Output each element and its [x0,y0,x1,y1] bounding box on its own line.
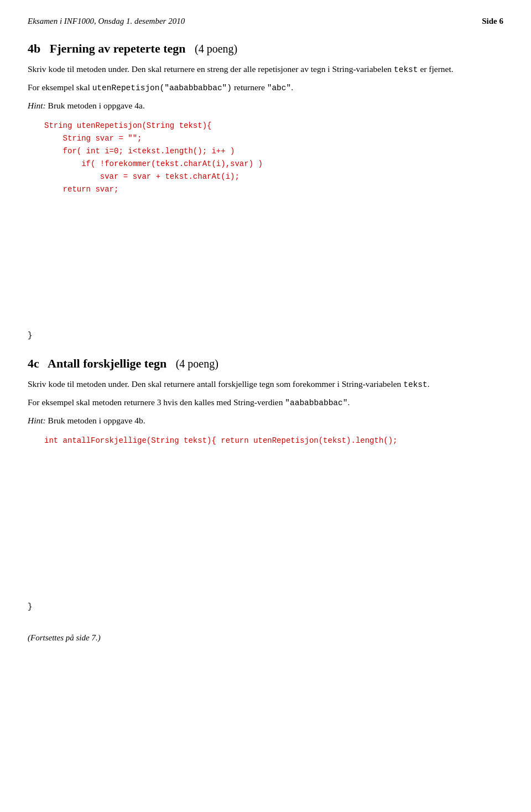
section-4b-intro1-rest: er fjernet. [418,64,454,74]
code-4b-line-2: String svar = ""; [44,132,503,145]
section-4c-intro2: For eksempel skal metoden returnere 3 hv… [28,396,503,410]
section-4c-points: (4 poeng) [176,358,218,370]
section-4b-hint: Hint: Bruk metoden i oppgave 4a. [28,99,503,112]
section-4b-intro2-code: utenRepetisjon("aababbabbac") [92,84,232,92]
page-header: Eksamen i INF1000, Onsdag 1. desember 20… [28,17,503,26]
section-4c-code: int antallForskjellige(String tekst){ re… [44,435,503,447]
section-4b-heading: 4b Fjerning av repeterte tegn (4 poeng) [28,42,503,56]
section-4b-answer-space [28,204,503,325]
code-4b-line-1: String utenRepetisjon(String tekst){ [44,120,503,132]
section-4c-intro2-code: "aababbabbac" [285,399,347,407]
code-4c-line-1: int antallForskjellige(String tekst){ [44,436,216,445]
section-4c-title: Antall forskjellige tegn [48,356,166,370]
section-4c-intro2-rest: . [347,397,350,407]
section-4b-hint-rest: Bruk metoden i oppgave 4a. [46,101,145,110]
section-4b-hint-label: Hint: [28,101,46,110]
section-4c-answer-space: } [28,602,503,611]
section-4c-hint-label: Hint: [28,416,46,425]
code-4b-line-3: for( int i=0; i<tekst.length(); i++ ) [44,145,503,158]
section-4c-intro1-code: tekst [403,380,428,389]
section-4c-num: 4c [28,356,39,370]
section-4b-closing-brace: } [28,331,503,340]
section-4c-intro1-text: Skriv kode til metoden under. Den skal r… [28,379,403,389]
section-4c-closing-brace: } [28,602,503,611]
section-4c: 4c Antall forskjellige tegn (4 poeng) Sk… [28,356,503,611]
section-4b-intro2: For eksempel skal utenRepetisjon("aababb… [28,81,503,95]
section-4b-intro2-rest: . [291,82,293,92]
section-4c-intro1: Skriv kode til metoden under. Den skal r… [28,377,503,391]
code-4b-line-5: svar = svar + tekst.charAt(i); [44,170,503,183]
code-4c-line-2: return utenRepetisjon(tekst).length(); [221,436,397,445]
section-4b-intro2-pre: For eksempel skal [28,82,92,92]
header-left: Eksamen i INF1000, Onsdag 1. desember 20… [28,17,185,26]
code-4b-line-4: if( !forekommer(tekst.charAt(i),svar) ) [44,158,503,170]
header-right: Side 6 [482,17,503,26]
section-4b-code: String utenRepetisjon(String tekst){ Str… [44,120,503,196]
footer-text: (Fortsettes på side 7.) [28,633,101,642]
section-4c-intro2-pre: For eksempel skal metoden returnere 3 hv… [28,397,285,407]
section-4b-title: Fjerning av repeterte tegn [50,42,186,55]
section-4b-intro1: Skriv kode til metoden under. Den skal r… [28,63,503,76]
section-4b-intro1-text: Skriv kode til metoden under. Den skal r… [28,64,394,74]
section-4b-num: 4b [28,42,40,55]
section-4b-intro2-mid: returnere [232,82,267,92]
code-4b-line-6: return svar; [44,183,503,196]
page-footer: (Fortsettes på side 7.) [28,633,503,643]
section-4c-intro1-rest: . [428,379,430,389]
section-4b-intro2-code2: "abc" [267,84,291,92]
section-4b: 4b Fjerning av repeterte tegn (4 poeng) … [28,42,503,340]
section-4c-hint: Hint: Bruk metoden i oppgave 4b. [28,414,503,427]
section-4c-heading: 4c Antall forskjellige tegn (4 poeng) [28,356,503,371]
section-4b-points: (4 poeng) [195,43,237,55]
section-4c-hint-rest: Bruk metoden i oppgave 4b. [46,416,145,425]
section-4b-intro1-code: tekst [394,65,418,74]
